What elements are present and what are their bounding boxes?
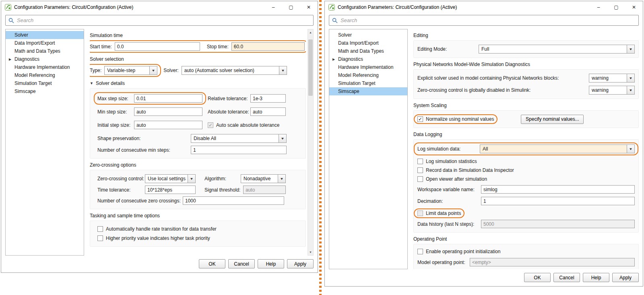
enable-operating-point-checkbox[interactable] — [417, 249, 423, 254]
tree-expand-icon[interactable]: ▶ — [6, 58, 14, 61]
enable-operating-point-label: Enable operating point initialization — [426, 249, 500, 254]
dropdown-arrow-button[interactable]: ▼ — [627, 45, 634, 53]
shape-preservation-dropdown[interactable]: Disable All ▼ — [191, 134, 287, 143]
dropdown-arrow-button[interactable]: ▼ — [279, 134, 286, 142]
dropdown-arrow-button[interactable]: ▼ — [279, 66, 287, 74]
limit-data-points-label: Limit data points — [426, 210, 461, 216]
data-history-input[interactable] — [481, 220, 635, 228]
model-operating-point-input[interactable] — [470, 258, 635, 266]
minimize-button[interactable]: – — [264, 1, 282, 13]
titlebar[interactable]: Configuration Parameters: Circuit/Config… — [325, 1, 643, 13]
sidebar-item-model-referencing[interactable]: Model Referencing — [329, 71, 407, 79]
log-data-dropdown[interactable]: All ▼ — [480, 144, 635, 153]
search-input[interactable] — [341, 17, 636, 23]
normalize-checkbox[interactable]: ✓ — [417, 116, 423, 122]
sidebar-item-data-import-export[interactable]: Data Import/Export — [329, 39, 407, 47]
sidebar-item-simscape[interactable]: Simscape — [6, 87, 84, 95]
priority-checkbox[interactable] — [97, 235, 103, 241]
scroll-up-button[interactable]: ▲ — [308, 29, 313, 35]
section-solver-details: ▼ Solver details — [90, 80, 306, 86]
zero-crossing-disabled-dropdown[interactable]: warning ▼ — [589, 86, 635, 95]
maximize-button[interactable]: ▢ — [282, 1, 300, 13]
start-time-input[interactable] — [115, 42, 200, 51]
solver-dropdown[interactable]: auto (Automatic solver selection) ▼ — [182, 66, 287, 75]
specify-nominal-values-button[interactable]: Specify nominal values... — [521, 115, 584, 124]
signal-threshold-input[interactable] — [243, 186, 286, 194]
dropdown-arrow-button[interactable]: ▼ — [627, 74, 634, 82]
dropdown-arrow-button[interactable]: ▼ — [627, 86, 634, 94]
solver-type-dropdown[interactable]: Variable-step ▼ — [104, 66, 157, 75]
limit-data-points-checkbox[interactable] — [417, 210, 423, 216]
titlebar[interactable]: Configuration Parameters: Circuit/Config… — [1, 1, 318, 13]
log-statistics-checkbox[interactable] — [417, 159, 423, 164]
search-input[interactable] — [17, 17, 310, 23]
highlight-log-simulation-data: Log simulation data: All ▼ — [414, 142, 638, 155]
consecutive-zero-crossings-label: Number of consecutive zero crossings: — [97, 198, 183, 204]
sidebar-item-hardware-implementation[interactable]: Hardware Implementation — [6, 63, 84, 71]
sidebar-item-hardware-implementation[interactable]: Hardware Implementation — [329, 63, 407, 71]
min-step-input[interactable] — [134, 107, 202, 116]
zero-crossing-control-dropdown[interactable]: Use local settings ▼ — [145, 174, 196, 183]
section-solver-selection: Solver selection — [90, 56, 306, 62]
dropdown-arrow-button[interactable]: ▼ — [149, 66, 157, 74]
tree-expand-icon[interactable]: ▶ — [329, 58, 338, 61]
record-data-inspector-checkbox[interactable] — [417, 167, 423, 173]
workspace-variable-input[interactable] — [481, 185, 635, 194]
decimation-input[interactable] — [481, 197, 635, 205]
sidebar-item-simulation-target[interactable]: Simulation Target — [6, 79, 84, 87]
sidebar-item-diagnostics[interactable]: ▶Diagnostics — [6, 55, 84, 63]
search-bar[interactable] — [329, 15, 639, 26]
absolute-tolerance-input[interactable] — [250, 107, 286, 116]
help-button[interactable]: Help — [258, 259, 284, 268]
editing-mode-label: Editing Mode: — [417, 46, 479, 52]
minimize-button[interactable]: – — [590, 1, 607, 13]
auto-scale-checkbox[interactable]: ✓ — [208, 122, 213, 128]
sidebar-item-simulation-target[interactable]: Simulation Target — [329, 79, 407, 87]
sidebar-item-solver[interactable]: Solver — [6, 31, 84, 39]
editing-mode-dropdown[interactable]: Full ▼ — [479, 45, 635, 54]
ok-button[interactable]: OK — [199, 259, 225, 268]
maximize-button[interactable]: ▢ — [607, 1, 625, 13]
cancel-button[interactable]: Cancel — [553, 273, 580, 282]
dropdown-arrow-button[interactable]: ▼ — [278, 175, 285, 183]
sidebar-item-math-and-data-types[interactable]: Math and Data Types — [6, 47, 84, 55]
sidebar-item-model-referencing[interactable]: Model Referencing — [6, 71, 84, 79]
relative-tolerance-input[interactable] — [250, 94, 286, 103]
apply-button[interactable]: Apply — [287, 259, 314, 268]
algorithm-dropdown[interactable]: Nonadaptive ▼ — [241, 174, 286, 183]
dotted-divider — [319, 0, 322, 295]
sidebar-item-math-and-data-types[interactable]: Math and Data Types — [329, 47, 407, 55]
help-button[interactable]: Help — [583, 273, 609, 282]
time-tolerance-input[interactable] — [145, 186, 196, 194]
explicit-solver-dropdown[interactable]: warning ▼ — [589, 74, 635, 83]
initial-step-input[interactable] — [134, 121, 202, 129]
cancel-button[interactable]: Cancel — [228, 259, 255, 268]
scroll-down-button[interactable]: ▼ — [308, 249, 313, 255]
consecutive-min-steps-input[interactable] — [191, 146, 287, 154]
solver-type-label: Type: — [90, 68, 101, 73]
rate-transition-checkbox[interactable] — [97, 226, 103, 232]
close-button[interactable]: ✕ — [300, 1, 318, 13]
scrollbar-thumb[interactable] — [308, 39, 313, 96]
signal-threshold-label: Signal threshold: — [204, 187, 242, 193]
max-step-input[interactable] — [134, 94, 202, 103]
window-title: Configuration Parameters: Circuit/Config… — [14, 4, 133, 10]
sidebar-item-solver[interactable]: Solver — [329, 31, 407, 39]
search-bar[interactable] — [5, 15, 314, 26]
scrollbar[interactable]: ▲ ▼ — [308, 29, 314, 256]
close-button[interactable]: ✕ — [625, 1, 643, 13]
collapse-icon[interactable]: ▼ — [90, 81, 93, 85]
apply-button[interactable]: Apply — [612, 273, 639, 282]
consecutive-min-steps-label: Number of consecutive min steps: — [97, 147, 191, 153]
dropdown-arrow-button[interactable]: ▼ — [627, 145, 634, 153]
open-viewer-checkbox[interactable] — [417, 176, 423, 182]
ok-button[interactable]: OK — [524, 273, 551, 282]
normalize-label: Normalize using nominal values — [426, 116, 494, 122]
consecutive-zero-crossings-input[interactable] — [183, 196, 284, 205]
sidebar-item-simscape[interactable]: Simscape — [329, 87, 407, 95]
dropdown-arrow-button[interactable]: ▼ — [188, 175, 195, 183]
stop-time-input[interactable] — [231, 42, 305, 51]
sidebar-item-data-import-export[interactable]: Data Import/Export — [6, 39, 84, 47]
chevron-down-icon: ▼ — [190, 177, 194, 181]
sidebar-item-diagnostics[interactable]: ▶Diagnostics — [329, 55, 407, 63]
